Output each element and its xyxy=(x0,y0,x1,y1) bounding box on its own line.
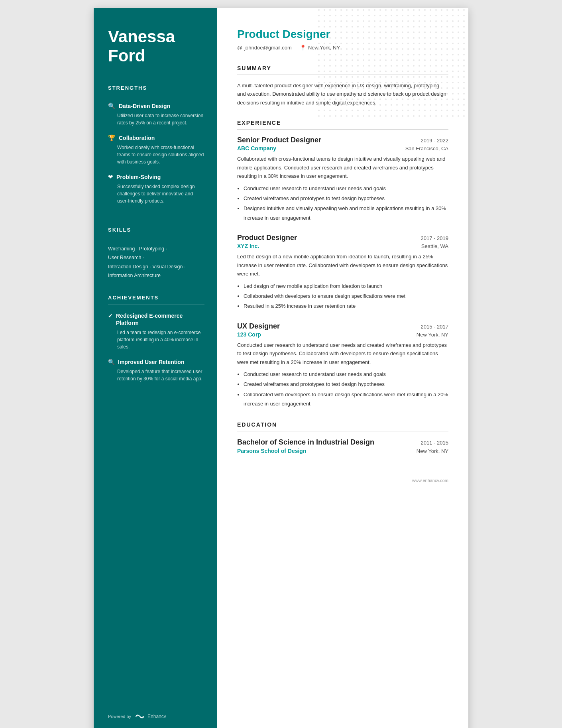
strength-item-1: 🔍 Data-Driven Design Utilized user data … xyxy=(108,102,204,126)
summary-divider xyxy=(237,75,448,75)
strengths-title: STRENGTHS xyxy=(108,85,204,91)
education-title: EDUCATION xyxy=(237,421,448,428)
strengths-divider xyxy=(108,95,204,95)
achievements-divider xyxy=(108,305,204,305)
strength-title-3: Problem-Solving xyxy=(116,174,161,180)
exp-bullet-3-3: Collaborated with developers to ensure d… xyxy=(244,390,448,409)
exp-bullets-1: Conducted user research to understand us… xyxy=(237,184,448,223)
exp-bullet-1-2: Created wireframes and prototypes to tes… xyxy=(244,194,448,203)
skills-title: SKILLS xyxy=(108,227,204,233)
achievement-title-1: Redesigned E-commerce Platform xyxy=(116,312,204,327)
email-contact: @ johndoe@gmail.com xyxy=(237,45,292,51)
exp-entry-1: Senior Product Designer 2019 - 2022 ABC … xyxy=(237,136,448,222)
skill-line-1: Wireframing · Prototyping · xyxy=(108,244,204,254)
exp-dates-3: 2015 - 2017 xyxy=(421,324,448,330)
exp-bullet-3-1: Conducted user research to understand us… xyxy=(244,370,448,379)
summary-title: SUMMARY xyxy=(237,65,448,71)
powered-by-label: Powered by xyxy=(108,714,131,719)
problem-solving-icon: ❤ xyxy=(108,173,113,181)
strength-title-1: Data-Driven Design xyxy=(119,103,170,109)
edu-degree-1: Bachelor of Science in Industrial Design xyxy=(237,438,374,447)
exp-desc-1: Collaborated with cross-functional teams… xyxy=(237,155,448,180)
exp-bullets-3: Conducted user research to understand us… xyxy=(237,370,448,409)
exp-location-3: New York, NY xyxy=(417,332,448,338)
experience-title: EXPERIENCE xyxy=(237,120,448,126)
website-url: www.enhancv.com xyxy=(412,478,448,483)
skill-line-2: User Research · xyxy=(108,253,204,262)
email-icon: @ xyxy=(237,45,242,51)
location-contact: 📍 New York, NY xyxy=(300,45,340,51)
summary-section: SUMMARY A multi-talented product designe… xyxy=(237,65,448,107)
sidebar-footer: Powered by Enhancv xyxy=(108,697,204,720)
exp-location-2: Seattle, WA xyxy=(421,243,448,249)
achievement-item-1: ✔ Redesigned E-commerce Platform Led a t… xyxy=(108,312,204,350)
education-divider xyxy=(237,431,448,431)
exp-bullet-1-3: Designed intuitive and visually appealin… xyxy=(244,204,448,222)
achievement-desc-1: Led a team to redesign an e-commerce pla… xyxy=(108,329,204,350)
exp-title-1: Senior Product Designer xyxy=(237,136,321,144)
exp-company-2: XYZ Inc. xyxy=(237,243,259,249)
edu-dates-1: 2011 - 2015 xyxy=(421,440,448,446)
enhancv-logo: Enhancv xyxy=(134,713,166,720)
candidate-name: Vanessa Ford xyxy=(108,27,204,66)
experience-divider xyxy=(237,129,448,130)
exp-entry-2: Product Designer 2017 - 2019 XYZ Inc. Se… xyxy=(237,234,448,311)
strength-item-2: 🏆 Collaboration Worked closely with cros… xyxy=(108,134,204,165)
location-text: New York, NY xyxy=(308,45,340,51)
exp-bullet-3-2: Created wireframes and prototypes to tes… xyxy=(244,380,448,389)
exp-title-2: Product Designer xyxy=(237,234,297,242)
main-content: Product Designer @ johndoe@gmail.com 📍 N… xyxy=(217,8,468,728)
exp-desc-3: Conducted user research to understand us… xyxy=(237,341,448,366)
exp-company-3: 123 Corp xyxy=(237,331,261,338)
skills-divider xyxy=(108,237,204,237)
exp-bullet-2-1: Led design of new mobile application fro… xyxy=(244,281,448,291)
skill-line-4: Information Architecture xyxy=(108,271,204,280)
contact-line: @ johndoe@gmail.com 📍 New York, NY xyxy=(237,45,448,51)
skill-line-3: Interaction Design · Visual Design · xyxy=(108,262,204,272)
exp-desc-2: Led the design of a new mobile applicati… xyxy=(237,252,448,278)
experience-section: EXPERIENCE Senior Product Designer 2019 … xyxy=(237,120,448,408)
enhancv-brand-name: Enhancv xyxy=(147,714,166,719)
exp-dates-2: 2017 - 2019 xyxy=(421,235,448,241)
achievement-desc-2: Developed a feature that increased user … xyxy=(108,368,204,382)
exp-bullet-2-3: Resulted in a 25% increase in user reten… xyxy=(244,301,448,311)
location-icon: 📍 xyxy=(300,45,306,51)
ecommerce-achievement-icon: ✔ xyxy=(108,313,113,319)
edu-school-1: Parsons School of Design xyxy=(237,448,306,454)
main-inner: Product Designer @ johndoe@gmail.com 📍 N… xyxy=(237,28,448,483)
strength-item-3: ❤ Problem-Solving Successfully tackled c… xyxy=(108,173,204,205)
exp-bullet-1-1: Conducted user research to understand us… xyxy=(244,184,448,193)
job-title: Product Designer xyxy=(237,28,448,41)
sidebar: Vanessa Ford STRENGTHS 🔍 Data-Driven Des… xyxy=(94,8,217,728)
exp-entry-3: UX Designer 2015 - 2017 123 Corp New Yor… xyxy=(237,322,448,409)
strengths-section: STRENGTHS 🔍 Data-Driven Design Utilized … xyxy=(108,85,204,212)
main-footer: www.enhancv.com xyxy=(237,478,448,483)
exp-title-3: UX Designer xyxy=(237,322,280,331)
exp-bullet-2-2: Collaborated with developers to ensure d… xyxy=(244,291,448,301)
skills-section: SKILLS Wireframing · Prototyping · User … xyxy=(108,227,204,280)
retention-achievement-icon: 🔍 xyxy=(108,359,115,366)
resume-wrapper: Vanessa Ford STRENGTHS 🔍 Data-Driven Des… xyxy=(94,8,468,728)
edu-location-1: New York, NY xyxy=(417,448,448,454)
achievement-title-2: Improved User Retention xyxy=(118,358,184,366)
email-text: johndoe@gmail.com xyxy=(244,45,292,51)
strength-desc-1: Utilized user data to increase conversio… xyxy=(108,112,204,126)
achievements-title: ACHIEVEMENTS xyxy=(108,295,204,301)
skills-list: Wireframing · Prototyping · User Researc… xyxy=(108,244,204,280)
achievement-item-2: 🔍 Improved User Retention Developed a fe… xyxy=(108,358,204,382)
strength-title-2: Collaboration xyxy=(119,135,155,141)
exp-location-1: San Francisco, CA xyxy=(405,146,448,152)
exp-bullets-2: Led design of new mobile application fro… xyxy=(237,281,448,311)
strength-desc-2: Worked closely with cross-functional tea… xyxy=(108,144,204,165)
achievements-section: ACHIEVEMENTS ✔ Redesigned E-commerce Pla… xyxy=(108,295,204,391)
data-driven-icon: 🔍 xyxy=(108,102,116,110)
strength-desc-3: Successfully tackled complex design chal… xyxy=(108,183,204,205)
enhancv-logo-svg xyxy=(134,713,145,720)
exp-dates-1: 2019 - 2022 xyxy=(421,138,448,144)
exp-company-1: ABC Company xyxy=(237,145,276,152)
edu-entry-1: Bachelor of Science in Industrial Design… xyxy=(237,438,448,454)
summary-text: A multi-talented product designer with e… xyxy=(237,81,448,107)
education-section: EDUCATION Bachelor of Science in Industr… xyxy=(237,421,448,454)
collaboration-icon: 🏆 xyxy=(108,134,116,142)
